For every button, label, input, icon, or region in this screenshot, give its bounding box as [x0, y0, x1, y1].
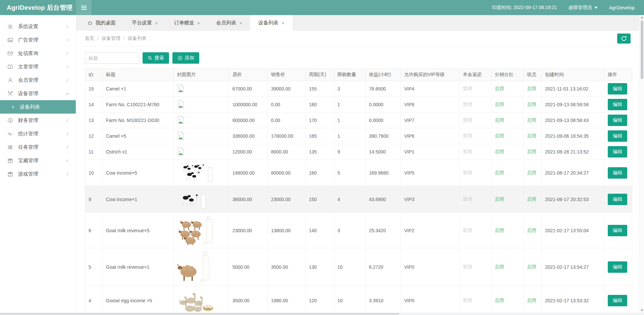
- cell-purchase-limit: 3: [334, 213, 366, 248]
- chevron-left-icon: [65, 38, 70, 42]
- cell-title: Farm No. M100221-D030: [103, 113, 174, 128]
- tab-设备列表[interactable]: 设备列表×: [250, 15, 292, 31]
- edit-button[interactable]: 编辑: [608, 167, 627, 179]
- cell-distribution-dividend: 启用: [491, 186, 524, 213]
- cell-vip-level: VIP2: [401, 213, 460, 248]
- table-row: 11Ostrich x112000.008000.00135914.5000VI…: [85, 144, 632, 160]
- vertical-scrollbar-thumb[interactable]: [641, 20, 643, 79]
- tab-平台设置[interactable]: 平台设置×: [124, 15, 166, 31]
- sidebar-item-文章管理[interactable]: 文章管理: [0, 60, 76, 73]
- cell-created-at: 2021-09-06 18:54:35: [542, 128, 604, 144]
- cell-purchase-limit: 9: [334, 144, 366, 160]
- cell-original-price: 12000.00: [229, 144, 268, 160]
- search-button[interactable]: 搜索: [143, 52, 169, 64]
- cell-income-per-hour: 6.2720: [366, 248, 401, 286]
- edit-button[interactable]: 编辑: [608, 130, 627, 142]
- scroll-down-icon[interactable]: [641, 309, 643, 311]
- sidebar-subitem-设备列表[interactable]: 设备列表: [0, 100, 76, 114]
- cell-cover-image: [174, 213, 229, 248]
- cell-income-per-hour: 169.9680: [366, 160, 401, 186]
- table-row: 13Farm No. M100221-D030600000.000.001701…: [85, 113, 632, 128]
- cell-principal-return: 禁用: [460, 286, 491, 315]
- cell-period-days: 160: [306, 160, 334, 186]
- cell-original-price: 1000000.00: [229, 97, 268, 113]
- column-header: 分销分红: [491, 69, 524, 81]
- sidebar-item-游戏管理[interactable]: 游戏管理: [0, 167, 76, 181]
- sidebar: 系统设置广告管理短信查询文章管理会员管理设备管理设备列表$财务管理统计管理任务管…: [0, 15, 76, 313]
- cell-actions: 编辑: [604, 248, 632, 286]
- cell-income-per-hour: 0.0000: [366, 97, 401, 113]
- cell-principal-return: 禁用: [460, 97, 491, 113]
- cell-id: 4: [85, 286, 103, 315]
- cell-status: 启用: [524, 113, 542, 128]
- sidebar-item-任务管理[interactable]: 任务管理: [0, 140, 76, 154]
- cell-status: 启用: [524, 160, 542, 186]
- cell-cover-image: [174, 97, 229, 113]
- column-header: 销售价: [268, 69, 306, 81]
- sidebar-item-会员管理[interactable]: 会员管理: [0, 73, 76, 87]
- tab-close-icon[interactable]: ×: [239, 20, 243, 25]
- cell-status: 启用: [524, 97, 542, 113]
- cell-created-at: 2021-09-13 08:58:43: [542, 113, 604, 128]
- sidebar-item-宝藏管理[interactable]: 宝藏管理: [0, 154, 76, 167]
- cell-created-at: 2021-02-17 13:53:32: [542, 286, 604, 315]
- scroll-up-icon[interactable]: [641, 16, 643, 18]
- edit-button[interactable]: 编辑: [608, 115, 627, 126]
- edit-button[interactable]: 编辑: [608, 194, 627, 205]
- role-dropdown[interactable]: 超级管理员: [569, 5, 598, 11]
- chevron-left-icon: [65, 24, 70, 29]
- sidebar-item-系统设置[interactable]: 系统设置: [0, 20, 76, 33]
- hamburger-menu-icon[interactable]: [76, 0, 92, 15]
- cell-distribution-dividend: 启用: [491, 81, 524, 97]
- tab-label: 平台设置: [132, 20, 152, 26]
- edit-button[interactable]: 编辑: [608, 225, 627, 236]
- sidebar-item-财务管理[interactable]: $财务管理: [0, 114, 76, 127]
- broken-image-icon: [177, 84, 184, 93]
- edit-button[interactable]: 编辑: [608, 146, 627, 158]
- column-header: 允许购买的VIP等级: [401, 69, 460, 81]
- cell-cover-image: [174, 81, 229, 97]
- cell-principal-return: 禁用: [460, 113, 491, 128]
- tab-close-icon[interactable]: ×: [155, 20, 158, 25]
- tab-我的桌面[interactable]: 我的桌面: [79, 15, 124, 31]
- cell-distribution-dividend: 启用: [491, 128, 524, 144]
- broken-image-icon: [177, 131, 184, 140]
- breadcrumb-item[interactable]: 设备管理: [102, 36, 120, 41]
- cell-created-at: 2021-08-28 21:13:52: [542, 144, 604, 160]
- search-input[interactable]: [85, 52, 139, 64]
- cell-period-days: 135: [306, 144, 334, 160]
- cell-distribution-dividend: 启用: [491, 160, 524, 186]
- sidebar-item-广告管理[interactable]: 广告管理: [0, 33, 76, 47]
- horizontal-scrollbar-thumb[interactable]: [0, 313, 399, 315]
- brand-link[interactable]: AgriDevelop: [609, 5, 635, 10]
- edit-button[interactable]: 编辑: [608, 83, 627, 94]
- sliders-icon: [7, 144, 13, 150]
- cell-id: 12: [85, 128, 103, 144]
- cell-title: Farm No. C100221-M760: [103, 97, 174, 113]
- sidebar-item-短信查询[interactable]: 短信查询: [0, 47, 76, 60]
- plus-circle-icon: [177, 56, 182, 61]
- sidebar-item-设备管理[interactable]: 设备管理: [0, 87, 76, 100]
- horizontal-scrollbar[interactable]: [0, 313, 644, 315]
- cell-status: 启用: [524, 81, 542, 97]
- tab-订单赠送[interactable]: 订单赠送×: [166, 15, 208, 31]
- sidebar-item-统计管理[interactable]: 统计管理: [0, 127, 76, 140]
- cell-actions: 编辑: [604, 186, 632, 213]
- cell-principal-return: 禁用: [460, 144, 491, 160]
- table-header-row: ID标题封面图片原价销售价周期(天)限购数量收益(小时)允许购买的VIP等级本金…: [85, 69, 632, 81]
- product-image: [177, 188, 207, 209]
- tab-close-icon[interactable]: ×: [281, 20, 284, 25]
- vertical-scrollbar[interactable]: [639, 15, 644, 313]
- cell-status: 启用: [524, 286, 542, 315]
- tab-close-icon[interactable]: ×: [197, 20, 200, 25]
- cell-actions: 编辑: [604, 286, 632, 315]
- refresh-button[interactable]: [617, 34, 631, 44]
- edit-button[interactable]: 编辑: [608, 295, 627, 306]
- edit-button[interactable]: 编辑: [608, 99, 627, 110]
- product-image: [177, 250, 211, 282]
- cell-status: 启用: [524, 144, 542, 160]
- breadcrumb-item[interactable]: 首页: [85, 36, 94, 41]
- tab-会员列表[interactable]: 会员列表×: [208, 15, 251, 31]
- edit-button[interactable]: 编辑: [608, 261, 627, 273]
- add-button[interactable]: 添加: [172, 52, 199, 64]
